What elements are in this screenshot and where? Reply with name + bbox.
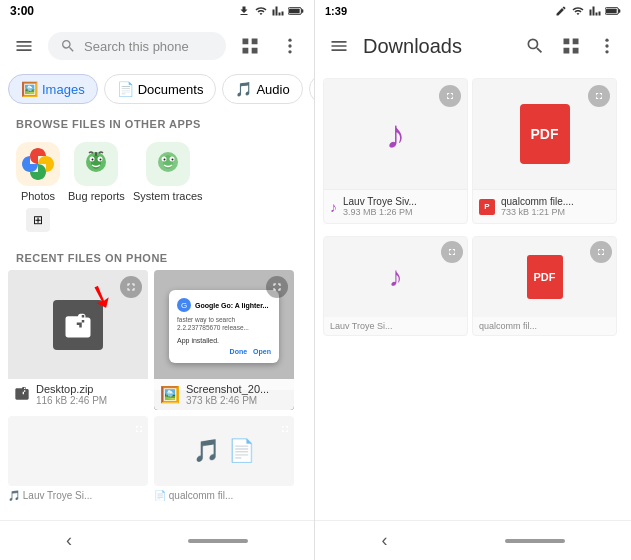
svg-rect-2 xyxy=(301,9,303,12)
expand-zip-icon[interactable] xyxy=(120,276,142,298)
nav-back-left[interactable]: ‹ xyxy=(66,530,72,551)
dl-row2: ♪ Lauv Troye Si... PDF qualcomm fil... xyxy=(315,232,631,340)
dl-sm-pdf-thumb: PDF xyxy=(473,237,616,317)
signal-icon-right xyxy=(589,5,601,17)
file-thumb-desktop-zip[interactable]: Desktop.zip 116 kB 2:46 PM xyxy=(8,270,148,410)
dl-card-sm-audio[interactable]: ♪ Lauv Troye Si... xyxy=(323,236,468,336)
dl-card-audio[interactable]: ♪ ♪ Lauv Troye Siv... 3.93 MB 1:26 PM xyxy=(323,78,468,224)
notif-title: Google Go: A lighter... xyxy=(195,302,268,309)
sm-pdf-label: qualcomm fil... xyxy=(473,317,616,335)
sm-audio-label: Lauv Troye Si... xyxy=(324,317,467,335)
search-box[interactable]: Search this phone xyxy=(48,32,226,60)
expand-small2-icon[interactable] xyxy=(280,420,290,438)
dl-audio-thumb: ♪ xyxy=(324,79,467,189)
app-item-bugreports[interactable]: Bug reports xyxy=(68,142,125,232)
svg-point-10 xyxy=(92,159,94,161)
nav-pill-left xyxy=(188,539,248,543)
grid-view-button[interactable] xyxy=(234,30,266,62)
expand-small1-icon[interactable] xyxy=(134,420,144,438)
edit-icon xyxy=(555,5,567,17)
search-icon-left xyxy=(60,38,76,54)
pdf-sm-icon: 📄 xyxy=(228,438,255,464)
dl-sm-audio-thumb: ♪ xyxy=(324,237,467,317)
status-bar-left: 3:00 xyxy=(0,0,314,22)
downloads-grid: ♪ ♪ Lauv Troye Siv... 3.93 MB 1:26 PM PD… xyxy=(315,70,631,232)
nav-back-right[interactable]: ‹ xyxy=(382,530,388,551)
small-label-1: 🎵 Lauv Troye Si... xyxy=(8,490,148,501)
status-icons-left xyxy=(238,5,304,17)
pdf-card-name: qualcomm file.... xyxy=(501,196,574,207)
app-item-photos[interactable]: Photos ⊞ xyxy=(16,142,60,232)
small-label-2-text: qualcomm fil... xyxy=(169,490,233,501)
zip-file-details: 116 kB 2:46 PM xyxy=(36,395,107,406)
nav-pill-right xyxy=(505,539,565,543)
app-grid: Photos ⊞ Bug reports xyxy=(0,136,314,242)
more-options-button[interactable] xyxy=(274,30,306,62)
notif-open-button[interactable]: Open xyxy=(253,348,271,355)
browse-section-label: BROWSE FILES IN OTHER APPS xyxy=(0,108,314,136)
svg-point-24 xyxy=(605,50,608,53)
expand-audio-icon[interactable] xyxy=(439,85,461,107)
tab-audio[interactable]: 🎵 Audio xyxy=(222,74,302,104)
notif-done-button[interactable]: Done xyxy=(230,348,248,355)
sm-pdf-icon: PDF xyxy=(527,255,563,299)
zip-file-info: Desktop.zip 116 kB 2:46 PM xyxy=(8,379,148,410)
audio-card-meta: Lauv Troye Siv... 3.93 MB 1:26 PM xyxy=(343,196,417,217)
screenshot-file-details: 373 kB 2:46 PM xyxy=(186,395,269,406)
search-button-right[interactable] xyxy=(519,30,551,62)
svg-point-23 xyxy=(605,44,608,47)
tab-images-label: Images xyxy=(42,82,85,97)
page-title: Downloads xyxy=(363,35,511,58)
hamburger-button[interactable] xyxy=(8,30,40,62)
audio-tab-icon: 🎵 xyxy=(235,81,252,97)
app-item-systemtraces[interactable]: System traces xyxy=(133,142,203,232)
signal-icon xyxy=(272,5,284,17)
tab-documents[interactable]: 📄 Documents xyxy=(104,74,217,104)
small-label-1-text: Lauv Troye Si... xyxy=(23,490,92,501)
bottom-nav-right: ‹ xyxy=(315,520,631,560)
pdf-card-icon: P xyxy=(479,199,495,215)
screenshot-type-icon: 🖼️ xyxy=(160,385,180,404)
dl-pdf-info: P qualcomm file.... 733 kB 1:21 PM xyxy=(473,189,616,223)
expand-sm-audio-icon[interactable] xyxy=(441,241,463,263)
left-top-bar: Search this phone xyxy=(0,22,314,70)
photos-icon xyxy=(16,142,60,186)
tab-images[interactable]: 🖼️ Images xyxy=(8,74,98,104)
battery-icon-right xyxy=(605,6,621,16)
more-options-button-right[interactable] xyxy=(591,30,623,62)
dl-card-sm-pdf[interactable]: PDF qualcomm fil... xyxy=(472,236,617,336)
expand-sm-pdf-icon[interactable] xyxy=(590,241,612,263)
bugreports-icon xyxy=(74,142,118,186)
dl-pdf-thumb: PDF xyxy=(473,79,616,189)
battery-icon xyxy=(288,6,304,16)
expand-screenshot-icon[interactable] xyxy=(266,276,288,298)
notif-body: faster way to search 2.2.237785670 relea… xyxy=(177,316,271,333)
bottom-nav-left: ‹ xyxy=(0,520,314,560)
tab-video[interactable]: 🎬 Vi... xyxy=(309,74,314,104)
file-thumb-screenshot[interactable]: G Google Go: A lighter... faster way to … xyxy=(154,270,294,410)
file-thumb-small-1[interactable] xyxy=(8,416,148,486)
small-label-2: 📄 qualcomm fil... xyxy=(154,490,294,501)
dl-card-pdf[interactable]: PDF P qualcomm file.... 733 kB 1:21 PM xyxy=(472,78,617,224)
hamburger-right-button[interactable] xyxy=(323,30,355,62)
photos-more[interactable]: ⊞ xyxy=(26,208,50,232)
dl-audio-info: ♪ Lauv Troye Siv... 3.93 MB 1:26 PM xyxy=(324,189,467,223)
time-right: 1:39 xyxy=(325,5,347,17)
audio-card-details: 3.93 MB 1:26 PM xyxy=(343,207,417,217)
small-pdf-icon: 📄 xyxy=(154,490,166,501)
sm-music-icon: ♪ xyxy=(389,261,403,293)
file-thumb-small-2[interactable]: 🎵 📄 xyxy=(154,416,294,486)
screenshot-file-name: Screenshot_20... xyxy=(186,383,269,395)
svg-point-11 xyxy=(100,159,102,161)
zip-type-icon xyxy=(14,385,30,405)
zip-file-meta: Desktop.zip 116 kB 2:46 PM xyxy=(36,383,107,406)
expand-pdf-icon[interactable] xyxy=(588,85,610,107)
grid-view-button-right[interactable] xyxy=(555,30,587,62)
screenshot-file-meta: Screenshot_20... 373 kB 2:46 PM xyxy=(186,383,269,406)
music-note-icon: ♪ xyxy=(386,112,406,157)
right-top-icons xyxy=(519,30,623,62)
svg-point-4 xyxy=(288,44,291,47)
audio-card-icon: ♪ xyxy=(330,199,337,215)
svg-point-5 xyxy=(288,50,291,53)
status-bar-right: 1:39 xyxy=(315,0,631,22)
